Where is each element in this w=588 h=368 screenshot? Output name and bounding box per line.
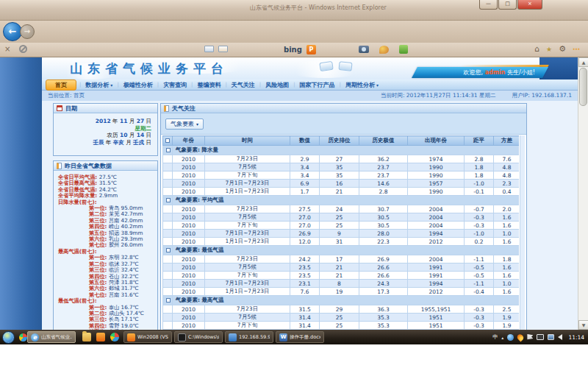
table-cell: 1.0 (494, 280, 520, 288)
checkbox-icon[interactable] (166, 298, 171, 302)
tray-expand-icon[interactable]: ▴ (501, 335, 503, 340)
nav-item-5[interactable]: 整编资料 (193, 81, 225, 89)
table-row[interactable]: 20107月下旬31.42535.31951-0.31.9 (163, 322, 520, 330)
taskbar-button-2[interactable]: Win2008 (VS2... (123, 331, 172, 343)
table-row[interactable]: 20107月1日~7月23日23.1824.31994-1.11.0 (163, 280, 520, 288)
element-filter-button[interactable]: 气象要素 ▾ (165, 118, 204, 130)
weather-watch-title: 天气关注 (172, 105, 196, 113)
table-row[interactable]: 20107月23日31.52936.31955,1951-0.32.5 (163, 305, 520, 314)
checkbox-icon[interactable] (166, 148, 171, 152)
scroll-down-icon[interactable]: ▼ (578, 320, 588, 330)
taskbar-button-label: 山东省气候业... (41, 334, 72, 341)
nav-item-label: 灾害查询 (163, 81, 187, 89)
nav-item-4[interactable]: 灾害查询 (159, 81, 191, 89)
snapshot-icon[interactable] (204, 46, 214, 52)
table-row[interactable]: 20107月1日~7月23日6.91614.61957-1.02.3 (163, 180, 520, 188)
weather-watch-table: 年份时间数值历史排位历史极值出现年份距平方差气象要素: 降水量20107月23日… (162, 135, 519, 330)
scroll-up-icon[interactable]: ▲ (578, 57, 588, 67)
taskbar-button-4[interactable]: 192.168.59.99... (225, 331, 273, 343)
site-container: 山东省气候业务平台 欢迎您, admin 先生/小姐! 首页|数据分析▾|极端性… (42, 57, 578, 330)
table-cell: 35 (320, 163, 359, 171)
palette-extension-icon[interactable] (379, 46, 389, 54)
table-row[interactable]: 20101月1日~7月23日1.7212.81990-0.10.4 (163, 188, 520, 196)
table-row[interactable]: 20107月23日24.21726.92004-1.11.8 (163, 255, 520, 263)
checkbox-icon[interactable] (166, 198, 171, 202)
table-row[interactable]: 20107月5候27.02530.52004-0.31.6 (163, 213, 520, 222)
table-cell: 1951 (408, 314, 465, 322)
panel-scrollbar[interactable] (520, 135, 525, 330)
table-cell: 7月23日 (205, 255, 290, 263)
action-center-flag-icon[interactable] (527, 334, 533, 340)
globe-icon[interactable] (507, 334, 514, 341)
group-header-row[interactable]: 气象要素: 最高气温 (163, 296, 520, 305)
pinned-app-icon[interactable] (19, 333, 27, 342)
page-scrollbar[interactable]: ▲ ▼ (578, 57, 588, 330)
table-row[interactable]: 20107月下旬27.02530.52004-0.31.6 (163, 222, 520, 230)
table-row[interactable]: 20107月23日27.52430.72004-0.72.0 (163, 205, 520, 213)
overflow-icon[interactable]: ⋯ (573, 45, 581, 53)
nav-item-6[interactable]: 天气关注 (227, 81, 259, 89)
group-header-row[interactable]: 气象要素: 降水量 (163, 146, 520, 155)
nav-item-1[interactable]: 首页 (46, 79, 76, 91)
taskbar-button-label: 192.168.59.99... (239, 334, 270, 340)
tools-icon[interactable]: ⚙ (559, 44, 566, 54)
addon-extension-icon[interactable] (399, 45, 408, 54)
calendar-text: 2012 (96, 118, 111, 124)
table-row[interactable]: 20107月1日~7月23日26.9928.01994-1.01.0 (163, 230, 520, 238)
home-icon[interactable]: ⌂ (534, 44, 539, 54)
table-cell: 1.6 (494, 238, 520, 246)
group-checkbox-cell (163, 296, 173, 305)
close-toolbar-icon[interactable]: × (4, 45, 10, 53)
taskbar-button-3[interactable]: C:\Windows\s... (174, 331, 223, 343)
app-orange-icon[interactable] (96, 333, 105, 342)
column-header: 出现年份 (408, 136, 465, 146)
search-provider-icon[interactable]: P (306, 45, 316, 54)
ime-indicator[interactable]: 中 (492, 333, 498, 341)
nav-item-7[interactable]: 风险地图 (261, 81, 293, 89)
display-icon[interactable] (548, 334, 554, 340)
maximize-button[interactable]: □ (498, 0, 517, 10)
forward-button[interactable]: → (20, 24, 35, 39)
table-row[interactable]: 20101月1日~7月23日7.61917.32012-0.41.6 (163, 288, 520, 296)
close-button[interactable]: × (517, 0, 542, 10)
camera-extension-icon[interactable] (359, 46, 369, 53)
nav-item-9[interactable]: 周期性分析▾ (341, 81, 383, 89)
start-button[interactable] (2, 331, 15, 344)
minimize-button[interactable]: — (479, 0, 498, 10)
group-header-row[interactable]: 气象要素: 平均气温 (163, 196, 520, 205)
table-row[interactable]: 20107月5候23.52126.61991-0.51.6 (163, 263, 520, 272)
thunder-icon[interactable] (516, 333, 525, 342)
table-cell: 31.4 (290, 314, 320, 322)
table-cell: 26.6 (359, 263, 408, 272)
table-cell: 27.0 (290, 213, 320, 222)
scrollbar-thumb[interactable] (579, 68, 587, 106)
group-header-row[interactable]: 气象要素: 最低气温 (163, 246, 520, 255)
tray-clock[interactable]: 11:14 (568, 334, 584, 341)
folder-icon[interactable] (82, 333, 91, 342)
bing-logo[interactable]: bing (284, 46, 302, 54)
table-row[interactable]: 20101月1日~7月23日12.03122.320120.21.6 (163, 238, 520, 246)
nav-item-3[interactable]: 极端性分析 (119, 81, 157, 89)
table-row[interactable]: 20107月23日2.92736.219742.87.6 (163, 155, 520, 163)
row-gutter-cell (163, 314, 173, 322)
table-cell: 2010 (173, 205, 205, 213)
nav-item-2[interactable]: 数据分析▾ (81, 81, 117, 89)
taskbar-button-5[interactable]: W操作手册.docx ... (276, 331, 324, 343)
table-row[interactable]: 20107月下旬23.52126.61991-0.51.6 (163, 272, 520, 280)
network-icon[interactable] (537, 334, 544, 340)
media-player-icon[interactable] (110, 333, 119, 342)
table-cell: 6.9 (290, 180, 320, 188)
volume-icon[interactable] (558, 334, 562, 340)
checkbox-icon[interactable] (166, 248, 171, 252)
nav-item-8[interactable]: 国家下行产品 (295, 81, 340, 89)
taskbar-button-1[interactable]: e山东省气候业... (27, 331, 76, 343)
table-cell: -1.1 (465, 255, 494, 263)
favorites-icon[interactable]: ★ (546, 46, 552, 53)
table-cell: 22.3 (359, 238, 408, 246)
table-cell: 2004 (408, 205, 465, 213)
mail-icon[interactable] (218, 46, 228, 52)
table-row[interactable]: 20107月5候31.42535.31951-0.31.9 (163, 314, 520, 322)
checkbox-icon[interactable] (165, 138, 170, 143)
table-row[interactable]: 20107月5候3.43523.719901.84.8 (163, 163, 520, 171)
table-row[interactable]: 20107月下旬3.43523.719901.84.8 (163, 171, 520, 180)
